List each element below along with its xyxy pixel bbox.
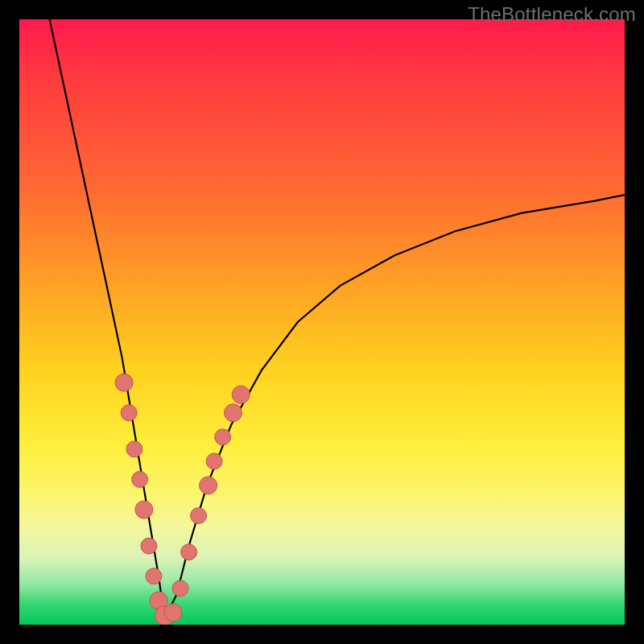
data-marker [135, 501, 153, 518]
bottleneck-curve [50, 19, 625, 619]
marker-group [115, 374, 250, 625]
data-marker [206, 453, 222, 469]
data-marker [132, 472, 148, 488]
data-marker [191, 508, 207, 524]
data-marker [181, 544, 197, 560]
data-marker [141, 538, 157, 554]
data-marker [225, 404, 242, 422]
data-marker [215, 429, 231, 445]
data-marker [126, 441, 142, 457]
watermark-text: TheBottleneck.com [468, 3, 636, 26]
data-marker [164, 604, 182, 621]
data-marker [232, 386, 250, 403]
data-marker [146, 568, 162, 584]
data-marker [121, 405, 137, 421]
chart-frame: TheBottleneck.com [0, 0, 644, 644]
chart-svg [19, 19, 625, 625]
data-marker [115, 374, 133, 391]
chart-plot-area [19, 19, 625, 625]
data-marker [172, 580, 188, 597]
data-marker [200, 477, 217, 494]
